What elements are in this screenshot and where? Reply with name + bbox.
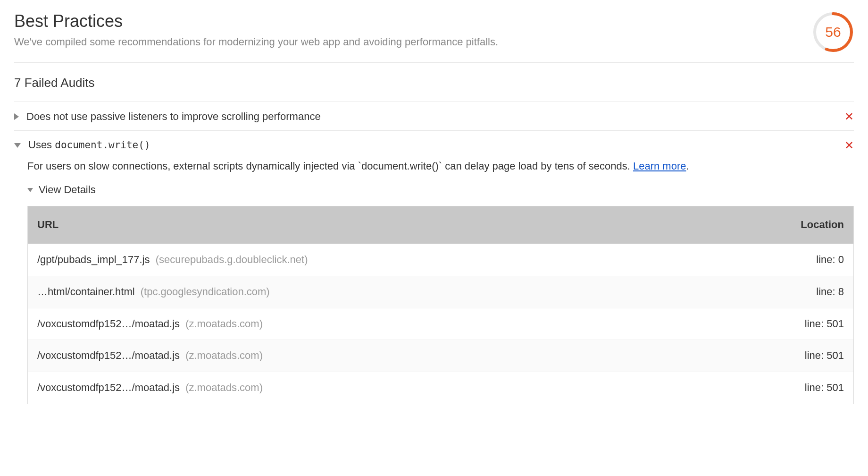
- header: Best Practices We've compiled some recom…: [14, 9, 854, 63]
- location-cell: line: 8: [773, 285, 844, 299]
- audit-description: For users on slow connections, external …: [14, 159, 854, 174]
- location-cell: line: 0: [773, 253, 844, 267]
- url-host: (securepubads.g.doubleclick.net): [156, 254, 308, 265]
- section-title: 7 Failed Audits: [14, 74, 854, 102]
- page-subtitle: We've compiled some recommendations for …: [14, 35, 803, 50]
- learn-more-link[interactable]: Learn more: [633, 160, 686, 172]
- audit-title-prefix: Uses: [28, 139, 55, 151]
- audit-description-text: For users on slow connections, external …: [27, 160, 633, 172]
- audit-title: Does not use passive listeners to improv…: [26, 110, 839, 124]
- url-path: /voxcustomdfp152…/moatad.js: [37, 349, 180, 361]
- audit-toggle[interactable]: Uses document.write() ✕: [14, 131, 854, 159]
- col-header-location: Location: [773, 218, 844, 232]
- table-row: /voxcustomdfp152…/moatad.js (z.moatads.c…: [28, 340, 853, 372]
- url-host: (z.moatads.com): [185, 349, 263, 361]
- audit-item: Uses document.write() ✕ For users on slo…: [14, 131, 854, 404]
- audit-toggle[interactable]: Does not use passive listeners to improv…: [14, 102, 854, 130]
- score-gauge: 56: [812, 11, 854, 53]
- audit-title: Uses document.write(): [28, 138, 839, 153]
- url-path: /voxcustomdfp152…/moatad.js: [37, 318, 180, 330]
- details-table: URL Location /gpt/pubads_impl_177.js (se…: [27, 206, 854, 404]
- chevron-down-icon: [27, 188, 33, 192]
- url-path: /gpt/pubads_impl_177.js: [37, 254, 150, 265]
- fail-icon: ✕: [844, 137, 854, 153]
- url-path: …html/container.html: [37, 286, 135, 298]
- fail-icon: ✕: [844, 109, 854, 125]
- url-host: (z.moatads.com): [185, 318, 263, 330]
- col-header-url: URL: [37, 218, 773, 232]
- table-row: …html/container.html (tpc.googlesyndicat…: [28, 276, 853, 308]
- score-value: 56: [812, 11, 854, 53]
- url-host: (tpc.googlesyndication.com): [141, 286, 270, 298]
- url-path: /voxcustomdfp152…/moatad.js: [37, 382, 180, 393]
- table-row: /voxcustomdfp152…/moatad.js (z.moatads.c…: [28, 308, 853, 340]
- location-cell: line: 501: [773, 348, 844, 363]
- audit-title-code: document.write(): [55, 139, 150, 151]
- chevron-down-icon: [14, 143, 21, 148]
- table-row: /gpt/pubads_impl_177.js (securepubads.g.…: [28, 244, 853, 276]
- view-details-label: View Details: [39, 183, 96, 197]
- view-details-toggle[interactable]: View Details: [14, 183, 854, 197]
- chevron-right-icon: [14, 113, 19, 120]
- url-host: (z.moatads.com): [185, 382, 263, 393]
- location-cell: line: 501: [773, 381, 844, 395]
- location-cell: line: 501: [773, 317, 844, 332]
- page-title: Best Practices: [14, 9, 803, 33]
- audit-item: Does not use passive listeners to improv…: [14, 102, 854, 131]
- table-header: URL Location: [28, 206, 853, 244]
- table-row: /voxcustomdfp152…/moatad.js (z.moatads.c…: [28, 372, 853, 404]
